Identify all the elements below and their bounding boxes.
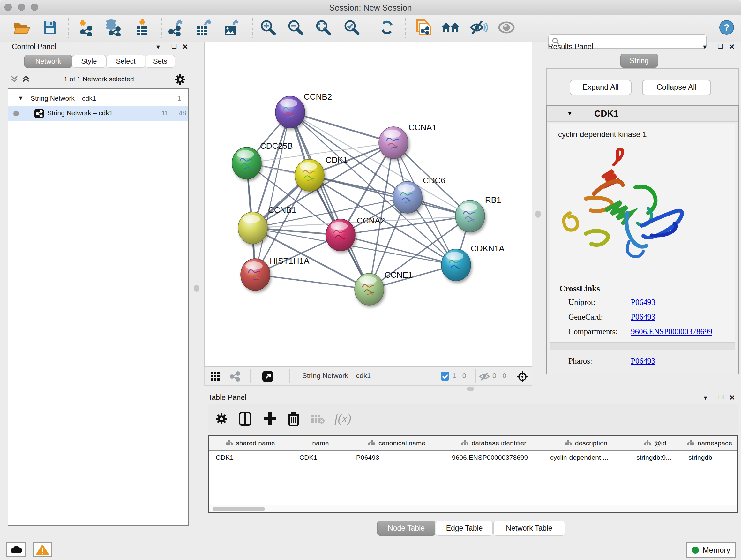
column-header-description[interactable]: description [543, 436, 629, 450]
graph-edge-CCNB2-CCNA1[interactable] [290, 112, 394, 143]
hidden-eye-slash-icon[interactable] [479, 372, 490, 382]
table-panel-maximize-icon[interactable]: ❏ [718, 393, 724, 401]
bottom-splitter-handle[interactable] [467, 387, 474, 391]
delete-column-icon[interactable] [287, 411, 300, 428]
entry-header[interactable]: ▼ CDK1 [547, 106, 738, 122]
refresh-icon[interactable] [379, 19, 396, 37]
graph-edge-HIST1H1A-CCNE1[interactable] [255, 274, 369, 289]
graph-node-CCNA1[interactable] [379, 127, 408, 159]
network-collection-row[interactable]: ▼ String Network – cdk1 1 [8, 91, 188, 106]
table-hscrollbar-thumb[interactable] [212, 507, 265, 511]
open-session-icon[interactable] [13, 20, 30, 36]
help-icon[interactable]: ? [719, 19, 735, 37]
table-cell[interactable]: cyclin-dependent ... [543, 454, 629, 461]
graph-edge-CCNB2-HIST1H1A[interactable] [255, 112, 290, 274]
tab-style[interactable]: Style [72, 55, 106, 68]
column-header--id[interactable]: @id [629, 436, 681, 450]
crosslink-link[interactable]: P06493 [631, 357, 655, 366]
tab-select[interactable]: Select [106, 55, 145, 68]
tab-string[interactable]: String [620, 54, 658, 68]
tab-edge-table[interactable]: Edge Table [436, 521, 493, 536]
table-hscrollbar[interactable] [209, 505, 737, 512]
table-cell[interactable]: stringdb [681, 454, 738, 461]
graph-node-CCNB2[interactable] [275, 96, 305, 128]
column-header-canonical-name[interactable]: canonical name [349, 436, 445, 450]
control-panel-maximize-icon[interactable]: ❏ [172, 43, 177, 50]
control-panel-float-icon[interactable]: ▾ [156, 43, 160, 51]
cloud-button[interactable] [6, 543, 25, 557]
column-header-database-identifier[interactable]: database identifier [445, 436, 543, 450]
column-header-shared-name[interactable]: shared name [209, 436, 292, 450]
table-cell[interactable]: P06493 [349, 454, 445, 461]
column-header-namespace[interactable]: namespace [681, 436, 738, 450]
show-eye-icon[interactable] [498, 21, 515, 35]
zoom-in-icon[interactable] [259, 19, 277, 37]
export-network-icon[interactable] [167, 19, 184, 37]
entry-collapse-triangle-icon[interactable]: ▼ [567, 110, 573, 117]
entry-scrollbar[interactable] [550, 342, 735, 350]
crosslink-link[interactable]: P06493 [631, 313, 655, 321]
zoom-selected-icon[interactable] [343, 19, 360, 37]
import-table-icon[interactable] [135, 19, 150, 37]
home-icon[interactable] [441, 20, 460, 36]
table-cell[interactable]: CDK1 [292, 454, 349, 461]
network-row-selected[interactable]: String Network – cdk1 11 48 [8, 106, 188, 121]
graph-edge-CCNA1-CCNB1[interactable] [253, 143, 394, 228]
warning-button[interactable] [33, 543, 52, 557]
right-splitter-handle[interactable] [536, 211, 541, 218]
results-panel-close-icon[interactable]: ✕ [729, 43, 735, 51]
open-in-window-icon[interactable] [262, 371, 273, 383]
import-network-database-icon[interactable] [104, 19, 122, 37]
show-columns-icon[interactable] [239, 412, 252, 427]
export-image-icon[interactable] [223, 19, 239, 37]
network-share-icon[interactable] [229, 371, 240, 383]
graph-node-HIST1H1A[interactable] [241, 259, 270, 291]
graph-node-CDK1[interactable] [295, 159, 324, 191]
selected-checkbox-icon[interactable] [441, 372, 449, 382]
delete-table-icon[interactable] [311, 414, 325, 426]
graph-node-CCNE1[interactable] [354, 273, 384, 305]
clone-network-icon[interactable] [414, 18, 432, 38]
tab-network[interactable]: Network [24, 55, 72, 68]
graph-node-CCNB1[interactable] [238, 212, 267, 244]
results-panel-float-icon[interactable]: ▾ [703, 43, 706, 51]
crosslink-link[interactable]: P06493 [631, 298, 655, 307]
hide-selected-icon[interactable] [470, 20, 488, 37]
graph-node-CDC6[interactable] [393, 181, 422, 213]
memory-button[interactable]: Memory [686, 542, 736, 558]
expand-all-button[interactable]: Expand All [569, 80, 631, 95]
left-splitter-handle[interactable] [194, 285, 199, 292]
table-cell[interactable]: CDK1 [209, 454, 292, 461]
collapse-all-networks-icon[interactable] [10, 74, 19, 84]
collapse-all-button[interactable]: Collapse All [642, 80, 711, 95]
table-gear-icon[interactable] [215, 413, 228, 427]
table-cell[interactable]: 9606.ENSP00000378699 [445, 454, 543, 461]
results-panel-maximize-icon[interactable]: ❏ [718, 43, 723, 50]
grid-view-icon[interactable] [211, 372, 220, 382]
table-panel-float-icon[interactable]: ▾ [704, 394, 707, 402]
birdseye-crosshair-icon[interactable] [517, 371, 528, 384]
zoom-out-icon[interactable] [287, 19, 304, 37]
control-panel-close-icon[interactable]: ✕ [182, 43, 188, 51]
crosslink-link[interactable]: 9606.ENSP00000378699 [631, 327, 712, 336]
network-options-gear-icon[interactable] [174, 73, 186, 87]
zoom-fit-icon[interactable] [315, 19, 332, 37]
export-table-icon[interactable] [195, 19, 212, 37]
table-panel-close-icon[interactable]: ✕ [729, 394, 735, 402]
graph-node-RB1[interactable] [455, 200, 485, 232]
graph-node-CDC25B[interactable] [232, 147, 261, 179]
save-session-icon[interactable] [43, 20, 57, 36]
import-network-file-icon[interactable] [78, 19, 95, 37]
function-builder-icon[interactable]: f(x) [334, 411, 351, 425]
collapse-triangle-icon[interactable]: ▼ [18, 95, 23, 102]
graph-node-CCNA2[interactable] [326, 219, 355, 251]
tab-node-table[interactable]: Node Table [377, 521, 435, 536]
expand-all-networks-icon[interactable] [21, 74, 30, 84]
table-row[interactable]: CDK1CDK1P064939606.ENSP00000378699cyclin… [209, 451, 737, 464]
tab-network-table[interactable]: Network Table [493, 521, 565, 536]
add-column-icon[interactable] [263, 412, 277, 427]
graph-node-CDKN1A[interactable] [441, 249, 471, 281]
table-cell[interactable]: stringdb:9... [629, 454, 681, 461]
column-header-name[interactable]: name [292, 436, 349, 450]
network-graph[interactable]: CCNB2CCNA1CDC25BCDK1CDC6RB1CCNB1CCNA2CDK… [204, 42, 532, 367]
